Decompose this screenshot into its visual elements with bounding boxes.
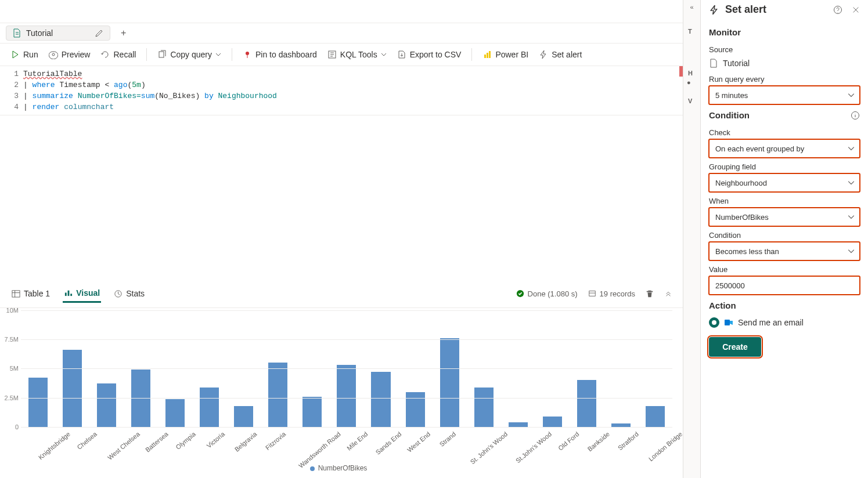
- minimap-highlight: [679, 66, 683, 77]
- select-condition[interactable]: Becomes less than: [709, 242, 860, 260]
- select-when[interactable]: NumberOfBikes: [709, 208, 860, 226]
- top-blank-bar: [0, 0, 683, 23]
- pin-label: Pin to dashboard: [255, 50, 317, 59]
- set-alert-button[interactable]: Set alert: [539, 50, 582, 59]
- select-check[interactable]: On each event grouped by: [709, 139, 860, 158]
- toolbar-separator: [232, 48, 232, 61]
- copy-query-label: Copy query: [170, 50, 212, 59]
- preview-label: Preview: [62, 50, 91, 59]
- preview-button[interactable]: Preview: [49, 50, 91, 59]
- tab-visual[interactable]: Visual: [63, 285, 101, 303]
- chevron-down-icon: [381, 52, 387, 57]
- set-alert-label: Set alert: [552, 50, 582, 59]
- create-button[interactable]: Create: [709, 337, 761, 357]
- tab-tutorial[interactable]: Tutorial: [6, 26, 110, 41]
- check-icon: [516, 289, 524, 298]
- svg-rect-9: [68, 291, 70, 296]
- panel-title: Set alert: [725, 3, 827, 16]
- results-tabs: Table 1 Visual Stats Done (1.080 s) 19 r…: [0, 280, 683, 308]
- trash-icon[interactable]: [646, 289, 654, 298]
- svg-rect-6: [489, 51, 491, 58]
- label-check: Check: [709, 128, 860, 137]
- y-axis: 02.5M5M7.5M10M: [5, 310, 21, 428]
- power-bi-label: Power BI: [495, 50, 528, 59]
- svg-rect-13: [589, 291, 595, 296]
- kql-tools-label: KQL Tools: [340, 50, 377, 59]
- svg-point-2: [246, 52, 249, 55]
- copy-query-button[interactable]: Copy query: [157, 50, 221, 59]
- copy-icon: [157, 50, 167, 59]
- section-action: Action: [709, 300, 860, 310]
- svg-rect-16: [725, 320, 730, 325]
- editor-blank-area[interactable]: [0, 115, 683, 280]
- file-tabs: Tutorial +: [0, 23, 683, 43]
- svg-point-14: [834, 6, 842, 13]
- bolt-icon: [539, 50, 548, 59]
- label-grouping: Grouping field: [709, 162, 860, 171]
- code-editor[interactable]: 1 2 3 4 TutorialTable | where Timestamp …: [0, 66, 683, 115]
- results-status: Done (1.080 s) 19 records: [516, 289, 672, 298]
- input-value[interactable]: 2500000: [709, 276, 860, 295]
- label-when: When: [709, 197, 860, 205]
- outlook-icon: [724, 318, 733, 327]
- bolt-icon: [709, 5, 719, 15]
- new-tab-button[interactable]: +: [116, 26, 131, 41]
- svg-rect-8: [65, 293, 67, 296]
- run-label: Run: [23, 50, 38, 59]
- query-file-icon: [709, 59, 718, 68]
- svg-rect-4: [484, 55, 486, 58]
- help-icon[interactable]: [833, 5, 842, 15]
- line-gutter: 1 2 3 4: [0, 66, 23, 115]
- chevron-down-icon: [848, 92, 855, 99]
- chevron-down-icon: [848, 145, 855, 152]
- chart-legend: NumberOfBikes: [5, 462, 672, 475]
- power-bi-icon: [482, 50, 492, 59]
- stats-icon: [114, 289, 123, 298]
- export-csv-label: Export to CSV: [410, 50, 462, 59]
- run-button[interactable]: Run: [10, 50, 38, 59]
- play-icon: [10, 50, 20, 59]
- query-file-icon: [12, 28, 21, 38]
- recall-button[interactable]: Recall: [100, 50, 136, 59]
- records-icon: [588, 289, 596, 298]
- svg-rect-10: [70, 294, 72, 296]
- chart-area: 02.5M5M7.5M10M KnightsbridgeChelseaWest …: [0, 308, 683, 479]
- select-grouping[interactable]: Neighbourhood: [709, 173, 860, 192]
- chevron-down-icon: [215, 52, 221, 57]
- radio-send-email[interactable]: Send me an email: [709, 314, 860, 331]
- power-bi-button[interactable]: Power BI: [482, 50, 528, 59]
- recall-icon: [100, 50, 110, 59]
- svg-point-0: [52, 53, 55, 56]
- info-icon[interactable]: [851, 111, 860, 120]
- radio-icon: [709, 317, 719, 328]
- chevron-down-icon: [848, 179, 855, 186]
- toolbar-separator: [471, 48, 472, 61]
- preview-icon: [49, 50, 58, 59]
- svg-rect-5: [487, 53, 488, 58]
- pin-dashboard-button[interactable]: Pin to dashboard: [243, 50, 317, 59]
- chevron-down-icon: [848, 248, 855, 255]
- export-icon: [397, 50, 406, 59]
- select-run-every[interactable]: 5 minutes: [709, 86, 860, 104]
- tab-table[interactable]: Table 1: [10, 285, 51, 302]
- close-icon[interactable]: [852, 6, 860, 14]
- kql-tools-icon: [327, 50, 337, 59]
- pencil-icon[interactable]: [95, 28, 104, 38]
- kql-tools-button[interactable]: KQL Tools: [327, 50, 387, 59]
- tab-stats[interactable]: Stats: [113, 285, 146, 302]
- code-lines[interactable]: TutorialTable | where Timestamp < ago(5m…: [23, 66, 683, 115]
- legend-dot: [310, 466, 315, 471]
- source-value-row: Tutorial: [709, 56, 860, 70]
- side-strip[interactable]: « T H ● V: [683, 0, 701, 478]
- label-run-every: Run query every: [709, 75, 860, 84]
- label-value: Value: [709, 265, 860, 274]
- section-monitor: Monitor: [709, 27, 860, 37]
- collapse-icon[interactable]: [664, 289, 672, 298]
- label-source: Source: [709, 45, 860, 54]
- toolbar: Run Preview Recall Copy query: [0, 43, 683, 66]
- chart-icon: [64, 288, 73, 297]
- export-csv-button[interactable]: Export to CSV: [397, 50, 462, 59]
- recall-label: Recall: [113, 50, 136, 59]
- section-condition: Condition: [709, 110, 860, 120]
- expand-left-icon[interactable]: «: [683, 0, 700, 14]
